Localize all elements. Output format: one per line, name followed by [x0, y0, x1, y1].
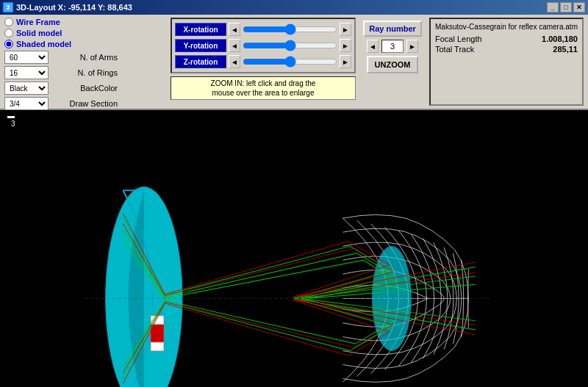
left-controls: Wire Frame Solid model Shaded model 6034… [4, 18, 166, 106]
shaded-model-label[interactable]: Shaded model [16, 40, 71, 48]
zoom-line1: ZOOM IN: left click and drag the [171, 79, 355, 88]
wire-frame-radio[interactable] [4, 18, 13, 26]
z-rotation-left-btn[interactable]: ◄ [229, 55, 240, 68]
unzoom-button[interactable]: UNZOOM [367, 56, 418, 73]
svg-rect-6 [151, 342, 163, 350]
optical-diagram [0, 110, 588, 387]
ray-number-row: ◄ 3 ► [367, 40, 418, 53]
draw-section-select[interactable]: 3/41/2Full [4, 97, 49, 110]
z-rotation-label: Z-rotation [175, 55, 226, 68]
solid-model-row: Solid model [4, 29, 166, 37]
window-title: 3D-Layout X: -95,114 Y: 88,643 [16, 3, 132, 12]
ray-number-button[interactable]: Ray number [363, 21, 422, 37]
shaded-model-row: Shaded model [4, 40, 166, 48]
total-track-value: 285,11 [553, 45, 578, 54]
draw-section-row: 3/41/2Full Draw Section [4, 97, 166, 110]
x-rotation-right-btn[interactable]: ► [340, 23, 351, 36]
x-rotation-slider[interactable] [243, 24, 337, 35]
backcolor-select[interactable]: BlackWhiteBlue [4, 82, 49, 95]
x-rotation-left-btn[interactable]: ◄ [229, 23, 240, 36]
secondary-mount [151, 316, 163, 350]
svg-rect-0 [15, 110, 573, 387]
total-track-label: Total Track [435, 45, 474, 54]
y-rotation-right-btn[interactable]: ► [340, 39, 351, 52]
controls-panel: Wire Frame Solid model Shaded model 6034… [0, 15, 588, 110]
arms-row: 60346 N. of Arms [4, 51, 166, 64]
x-rotation-label: X-rotation [175, 23, 226, 36]
close-button[interactable]: ✕ [573, 2, 585, 12]
y-rotation-slider[interactable] [243, 40, 337, 51]
y-rotation-label: Y-rotation [175, 39, 226, 52]
canvas-area[interactable]: 35,639 [0, 110, 588, 387]
ray-number-left-btn[interactable]: ◄ [367, 40, 379, 53]
backcolor-label: BackColor [51, 84, 118, 93]
info-panel: Maksutov-Cassegrain for reflex camera.at… [429, 18, 584, 106]
arms-select[interactable]: 60346 [4, 51, 49, 64]
focal-length-value: 1.008,180 [542, 35, 578, 43]
rotation-controls: X-rotation ◄ ► Y-rotation ◄ ► Z-rotation… [171, 18, 356, 73]
focal-length-label: Focal Length [435, 35, 482, 43]
focal-length-row: Focal Length 1.008,180 [435, 35, 578, 43]
zoom-info: ZOOM IN: left click and drag the mouse o… [171, 76, 356, 100]
total-track-row: Total Track 285,11 [435, 45, 578, 54]
title-bar: 3 3D-Layout X: -95,114 Y: 88,643 _ □ ✕ [0, 0, 588, 15]
draw-section-label: Draw Section [51, 99, 118, 108]
rings-select[interactable]: 16824 [4, 66, 49, 79]
wire-frame-row: Wire Frame [4, 18, 166, 26]
rings-row: 16824 N. of Rings [4, 66, 166, 79]
x-rotation-row: X-rotation ◄ ► [175, 22, 351, 37]
ray-panel: Ray number ◄ 3 ► UNZOOM [360, 18, 425, 106]
solid-model-label[interactable]: Solid model [16, 29, 62, 37]
zoom-line2: mouse over the area to enlarge [171, 88, 355, 98]
info-title: Maksutov-Cassegrain for reflex camera.at… [435, 22, 578, 32]
ray-number-right-btn[interactable]: ► [406, 40, 418, 53]
shaded-model-radio[interactable] [4, 40, 13, 48]
arms-label: N. of Arms [51, 53, 118, 62]
solid-model-radio[interactable] [4, 29, 13, 37]
maximize-button[interactable]: □ [560, 2, 572, 12]
minimize-button[interactable]: _ [547, 2, 559, 12]
y-rotation-row: Y-rotation ◄ ► [175, 38, 351, 53]
ray-number-display: 3 [381, 40, 404, 53]
y-rotation-left-btn[interactable]: ◄ [229, 39, 240, 52]
z-rotation-slider[interactable] [243, 57, 337, 67]
backcolor-row: BlackWhiteBlue BackColor [4, 82, 166, 95]
wire-frame-label[interactable]: Wire Frame [16, 18, 60, 26]
z-rotation-right-btn[interactable]: ► [340, 55, 351, 68]
rings-label: N. of Rings [51, 68, 118, 77]
app-icon: 3 [3, 2, 13, 12]
z-rotation-row: Z-rotation ◄ ► [175, 54, 351, 69]
